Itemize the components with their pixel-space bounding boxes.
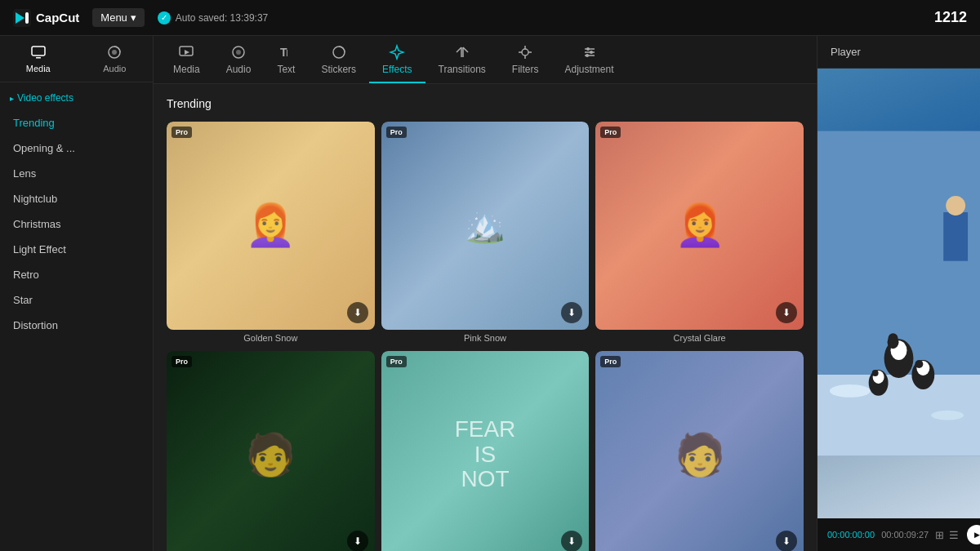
effect-crystal-glare[interactable]: 👩‍🦰 Pro ⬇ Crystal Glare <box>595 122 804 344</box>
svg-point-16 <box>590 51 593 54</box>
effect-label-golden-snow: Golden Snow <box>167 330 375 344</box>
stickers-nav-icon <box>331 44 347 60</box>
app-logo: CapCut <box>13 9 79 27</box>
svg-rect-30 <box>943 212 968 261</box>
effect-thumb-pink-snow: 🏔️ Pro ⬇ <box>381 122 590 330</box>
svg-rect-2 <box>25 12 29 24</box>
download-pink-snow[interactable]: ⬇ <box>561 302 582 323</box>
effects-nav-icon <box>389 44 405 60</box>
svg-point-23 <box>889 333 898 343</box>
pro-badge-radial-blur: Pro <box>600 356 621 367</box>
audio-icon <box>106 44 122 60</box>
pro-badge-crystal-glare: Pro <box>600 127 621 138</box>
effect-label-crystal-glare: Crystal Glare <box>595 330 804 344</box>
download-matrix-rain[interactable]: ⬇ <box>347 531 368 551</box>
player-scene-svg <box>817 69 980 518</box>
adjustment-nav-icon <box>581 44 598 60</box>
nav-tab-transitions[interactable]: Transitions <box>425 36 499 83</box>
player-controls: 00:00:00:00 00:00:09:27 ⊞ ☰ ▶ <box>817 518 980 551</box>
svg-point-26 <box>915 360 923 368</box>
svg-point-31 <box>946 196 965 216</box>
download-crystal-glare[interactable]: ⬇ <box>776 302 797 323</box>
media-icon <box>30 44 47 60</box>
tab-media[interactable]: Media <box>0 36 77 82</box>
effect-matrix-rain[interactable]: 🧑 Pro ⬇ Matrix Rain <box>167 351 375 551</box>
media-nav-icon <box>178 44 194 60</box>
effects-sidebar: Video effects Trending Opening & ... Len… <box>0 82 153 348</box>
svg-point-33 <box>931 411 964 420</box>
grid-icon[interactable]: ⊞ <box>935 529 944 541</box>
pro-badge-matrix-rain: Pro <box>172 356 192 367</box>
main-layout: Media Audio Video effects Trending Openi… <box>0 36 980 551</box>
effects-sidebar-title: Video effects <box>0 92 153 110</box>
svg-marker-8 <box>185 50 189 55</box>
nav-tab-effects[interactable]: Effects <box>369 36 425 83</box>
effect-radial-blur[interactable]: 🧑 Pro ⬇ Riadial blur <box>595 351 804 551</box>
nav-tabs: Media Audio T I Text <box>154 36 817 84</box>
sidebar-item-lens[interactable]: Lens <box>0 161 153 186</box>
effect-thumb-golden-snow: 👩‍🦰 Pro ⬇ <box>167 122 375 330</box>
svg-text:I: I <box>286 49 288 58</box>
svg-point-6 <box>112 50 117 55</box>
autosave-indicator: ✓ Auto saved: 13:39:37 <box>158 11 268 24</box>
effect-thumb-cutting-graffiti: FEARISNOT Pro ⬇ <box>381 351 590 551</box>
effect-cutting-graffiti[interactable]: FEARISNOT Pro ⬇ Cutting Graffiti <box>381 351 590 551</box>
effects-grid: 👩‍🦰 Pro ⬇ Golden Snow 🏔️ Pro ⬇ Pink Snow <box>167 122 804 551</box>
download-radial-blur[interactable]: ⬇ <box>776 531 797 551</box>
effect-golden-snow[interactable]: 👩‍🦰 Pro ⬇ Golden Snow <box>167 122 375 344</box>
pro-badge-golden-snow: Pro <box>172 127 192 138</box>
effect-thumb-crystal-glare: 👩‍🦰 Pro ⬇ <box>595 122 804 330</box>
menu-button[interactable]: Menu ▾ <box>92 8 145 27</box>
nav-tab-adjustment[interactable]: Adjustment <box>551 36 626 83</box>
sidebar-item-nightclub[interactable]: Nightclub <box>0 186 153 211</box>
player-video-inner <box>817 69 980 518</box>
sidebar-item-opening[interactable]: Opening & ... <box>0 136 153 161</box>
svg-point-15 <box>586 47 590 51</box>
nav-tab-stickers[interactable]: Stickers <box>308 36 369 83</box>
media-audio-tabs: Media Audio <box>0 36 153 82</box>
audio-nav-icon <box>230 44 247 60</box>
download-cutting-graffiti[interactable]: ⬇ <box>561 531 582 551</box>
sidebar-item-trending[interactable]: Trending <box>0 110 153 136</box>
sidebar-item-star[interactable]: Star <box>0 287 153 313</box>
autosave-check-icon: ✓ <box>158 11 171 24</box>
nav-tab-text[interactable]: T I Text <box>264 36 308 83</box>
sidebar-item-distortion[interactable]: Distortion <box>0 313 153 338</box>
svg-rect-3 <box>32 47 45 56</box>
topbar-number: 1212 <box>934 9 967 26</box>
svg-rect-4 <box>36 57 41 59</box>
logo-icon <box>13 9 31 27</box>
topbar: CapCut Menu ▾ ✓ Auto saved: 13:39:37 121… <box>0 0 980 36</box>
svg-point-32 <box>830 384 871 398</box>
pro-badge-cutting-graffiti: Pro <box>386 356 407 367</box>
sidebar-item-light-effect[interactable]: Light Effect <box>0 237 153 262</box>
app-name: CapCut <box>36 11 79 24</box>
middle-panel: Media Audio T I Text <box>154 36 817 551</box>
section-title: Trending <box>167 97 804 110</box>
svg-point-14 <box>522 49 528 56</box>
player-header: Player <box>817 36 980 69</box>
pro-badge-pink-snow: Pro <box>386 127 407 138</box>
time-total: 00:00:09:27 <box>881 530 929 540</box>
nav-tab-audio[interactable]: Audio <box>213 36 265 83</box>
sidebar-item-christmas[interactable]: Christmas <box>0 211 153 237</box>
left-sidebar: Media Audio Video effects Trending Openi… <box>0 36 154 551</box>
effect-thumb-matrix-rain: 🧑 Pro ⬇ <box>167 351 375 551</box>
effect-thumb-radial-blur: 🧑 Pro ⬇ <box>595 351 804 551</box>
filters-nav-icon <box>517 44 533 60</box>
svg-point-10 <box>236 50 241 55</box>
svg-point-17 <box>586 54 589 57</box>
text-nav-icon: T I <box>278 44 294 60</box>
sidebar-item-retro[interactable]: Retro <box>0 262 153 287</box>
nav-tab-media[interactable]: Media <box>160 36 213 83</box>
download-golden-snow[interactable]: ⬇ <box>347 302 368 323</box>
list-icon[interactable]: ☰ <box>949 529 959 541</box>
nav-tab-filters[interactable]: Filters <box>499 36 552 83</box>
player-video <box>817 69 980 518</box>
time-current: 00:00:00:00 <box>827 530 875 540</box>
tab-audio[interactable]: Audio <box>77 36 154 82</box>
play-button[interactable]: ▶ <box>967 525 980 544</box>
effect-pink-snow[interactable]: 🏔️ Pro ⬇ Pink Snow <box>381 122 590 344</box>
control-icons: ⊞ ☰ ▶ <box>935 525 980 544</box>
transitions-nav-icon <box>454 44 470 60</box>
